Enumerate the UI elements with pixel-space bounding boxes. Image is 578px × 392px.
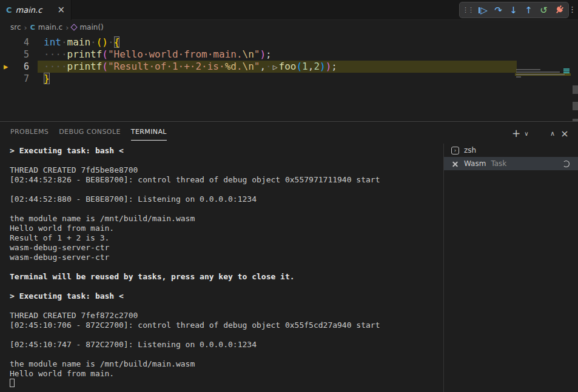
minimap-decoration [563,72,570,73]
terminal-line: Hello world from main. [10,369,443,379]
step-into-icon: ↓ [509,5,517,16]
maximize-panel-icon[interactable]: ∧ [546,130,559,138]
code-line-5: 5····printf("Hello·world·from·main.\n"); [0,48,578,61]
minimap-line [516,71,560,73]
continue-icon: ▷ [480,5,488,16]
terminal-line: the module name is /mnt/build/main.wasm [10,214,443,224]
terminal-line: THREAD CREATED 7fd5be8e8700 [10,165,443,175]
new-terminal-icon[interactable]: + [510,127,522,139]
editor[interactable]: 4int·main·()·{5····printf("Hello·world·f… [0,34,578,121]
terminal-line [10,204,443,214]
terminal-list-item-zsh[interactable]: ›zsh [444,144,578,157]
run-triangle-icon[interactable]: ▷ [272,62,279,71]
close-panel-icon[interactable]: × [559,128,571,139]
tab-close-icon[interactable]: × [57,5,65,15]
minimap-line [516,69,540,70]
symbol-method-icon [71,24,78,30]
breadcrumb-item[interactable]: src [10,23,21,32]
terminal-item-label: Wasm [464,159,486,168]
scrollbar-mark [573,102,578,110]
disconnect-button[interactable] [551,3,566,17]
tab-label: main.c [16,5,42,15]
bottom-panel: PROBLEMSDEBUG CONSOLETERMINAL +∨∧× > Exe… [0,121,578,392]
terminal-cursor [10,379,15,387]
code-text: int·main·()·{ [44,36,119,48]
terminal-line [10,262,443,272]
minimap-decoration [563,68,570,70]
breadcrumb: src›Cmain.c›main() [0,21,578,34]
restart-button[interactable]: ↺ [536,3,551,17]
terminal-line [10,282,443,291]
code-line-7: 7} [0,73,578,85]
minimap-line [516,74,565,75]
vscode-window: C main.c × ⋮⋮ ▷↷↓↑↺ ⋮ src›Cmain.c›main()… [0,0,578,392]
terminal-line [10,379,443,388]
breadcrumb-item[interactable]: main() [79,23,103,32]
terminal-line: [02:44:52:826 - BE8E8700]: control threa… [10,175,443,185]
terminal-item-detail: Task [491,159,506,168]
terminal-icon: › [451,147,459,154]
c-file-icon: C [6,5,12,15]
terminal-list-item-wasm[interactable]: WasmTask [444,157,578,170]
panel-actions: +∨∧× [510,127,571,139]
terminal-line: [02:45:10:747 - 872C2700]: Listening on … [10,340,443,350]
debug-toolbar: ⋮⋮ ▷↷↓↑↺ [459,2,569,18]
step-over-button[interactable]: ↷ [491,3,506,17]
panel-tabs: PROBLEMSDEBUG CONSOLETERMINAL [10,128,167,141]
terminal-line [10,301,443,311]
tab-bar: C main.c × ⋮⋮ ▷↷↓↑↺ ⋮ [0,0,578,20]
chevron-right-icon: › [24,23,27,32]
terminal-sidebar: ›zshWasmTask [443,144,578,392]
toolbar-grip-handle[interactable]: ⋮⋮ [462,6,476,14]
terminal-line: [02:45:10:706 - 872C2700]: control threa… [10,321,443,330]
terminal-line [10,330,443,340]
minimap-line [516,76,521,78]
code-line-4: 4int·main·()·{ [0,36,578,48]
loading-spinner-icon [563,161,570,167]
code-text: } [44,73,50,85]
terminal-line [10,156,443,165]
scrollbar-mark [573,85,578,94]
line-number: 6 [0,61,29,73]
terminal-line: THREAD CREATED 7fef872c2700 [10,311,443,321]
step-into-button[interactable]: ↓ [506,3,521,17]
minimap-decoration [563,70,570,71]
more-actions-icon[interactable]: ⋮ [568,5,576,14]
breadcrumb-item[interactable]: main.c [38,23,62,32]
terminal-dropdown-icon[interactable]: ∨ [522,130,531,137]
panel-tab-debug-console[interactable]: DEBUG CONSOLE [59,128,121,141]
chevron-right-icon: › [66,23,69,32]
code-line-6: ▶6····printf("Result·of·1·+·2·is·%d.\n",… [0,61,578,73]
continue-button[interactable]: ▷ [476,3,491,17]
terminal-output[interactable]: > Executing task: bash < THREAD CREATED … [0,144,443,392]
terminal-line: the module name is /mnt/build/main.wasm [10,359,443,369]
terminal-line: wasm-debug-server-ctr [10,253,443,262]
terminal-line: > Executing task: bash < [10,291,443,301]
terminal-line: Terminal will be reused by tasks, press … [10,272,443,282]
terminal-line: [02:44:52:880 - BE8E8700]: Listening on … [10,194,443,204]
line-number: 5 [0,48,29,61]
terminal-item-label: zsh [464,146,476,154]
tools-icon [451,160,459,168]
terminal-line: > Executing task: bash < [10,146,443,156]
line-number: 4 [0,36,29,48]
step-out-icon: ↑ [525,5,533,16]
disconnect-icon [553,4,565,16]
panel-tab-problems[interactable]: PROBLEMS [10,128,49,141]
code-text: ····printf("Result·of·1·+·2·is·%d.\n",·▷… [44,61,337,73]
terminal-line: wasm-debug-server-ctr [10,243,443,253]
line-number: 7 [0,73,29,85]
minimap[interactable] [515,68,571,116]
c-file-icon: C [30,24,35,32]
terminal-line [10,350,443,359]
debug-toolbar-buttons: ▷↷↓↑↺ [476,3,566,17]
step-out-button[interactable]: ↑ [521,3,536,17]
tab-main-c[interactable]: C main.c × [0,0,72,20]
terminal-line: Hello world from main. [10,224,443,233]
terminal-sidebar-list: ›zshWasmTask [444,144,578,170]
panel-tab-terminal[interactable]: TERMINAL [131,128,167,141]
restart-icon: ↺ [540,5,548,16]
step-over-icon: ↷ [494,5,502,16]
terminal-line [10,185,443,194]
terminal-line: Result of 1 + 2 is 3. [10,233,443,243]
